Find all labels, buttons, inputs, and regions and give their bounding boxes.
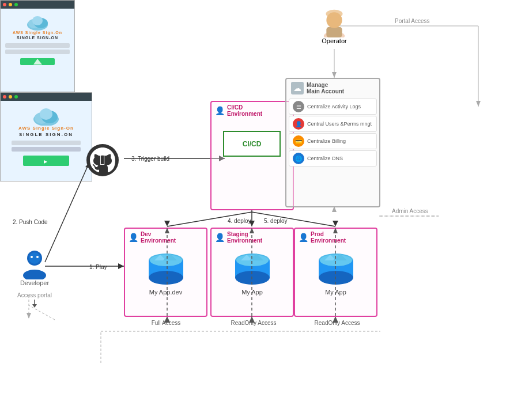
svg-point-52 xyxy=(235,271,270,285)
dev-env-header: 👤 Dev Environment xyxy=(125,229,206,246)
github-node:  xyxy=(85,143,120,179)
svg-point-39 xyxy=(23,270,46,279)
logs-icon: ☰ xyxy=(293,101,304,112)
cicd-inner-box: CI/CD xyxy=(223,131,281,157)
main-account-title: Manage Main Account xyxy=(307,82,344,94)
developer-label: Developer xyxy=(20,279,49,286)
deploy-5-label: 5. deploy xyxy=(264,218,288,224)
dev-env-label: Dev Environment xyxy=(141,231,176,244)
staging-env-header: 👤 Staging Environment xyxy=(211,229,293,246)
svg-text:Admin Access: Admin Access xyxy=(392,208,428,214)
account-item-billing: 💳 Centralize Billing xyxy=(289,133,377,149)
prod-env-header: 👤 Prod Environment xyxy=(295,229,376,246)
svg-point-41 xyxy=(36,256,39,258)
svg-point-56 xyxy=(319,271,353,285)
push-code-label: 2. Push Code xyxy=(13,219,48,225)
prod-env-box: 👤 Prod Environment My App xyxy=(294,228,377,317)
readonly-staging-label: ReadOnly Access xyxy=(225,320,282,326)
staging-env-box: 👤 Staging Environment My App xyxy=(210,228,294,317)
full-access-label: Full Access xyxy=(143,320,189,326)
svg-point-36 xyxy=(326,10,342,18)
staging-app-label: My App xyxy=(241,289,263,296)
svg-marker-19 xyxy=(118,263,124,269)
account-item-logs: ☰ Centralize Activity Logs xyxy=(289,99,377,115)
svg-rect-34 xyxy=(326,27,342,37)
prod-app-icon xyxy=(316,252,356,286)
svg-point-48 xyxy=(149,271,183,285)
prod-app-label: My App xyxy=(325,289,346,296)
play-1-label: 1. Play xyxy=(89,264,107,270)
svg-point-38 xyxy=(29,252,40,264)
cicd-env-label: CI/CD Environment xyxy=(227,104,262,117)
cicd-env-header: 👤 CI/CD Environment xyxy=(211,102,293,119)
account-item-dns: 🌐 Centralize DNS xyxy=(289,150,377,167)
operator-node: Operator xyxy=(311,9,357,44)
staging-app-icon xyxy=(232,252,273,286)
billing-icon: 💳 xyxy=(293,135,304,147)
svg-marker-3 xyxy=(476,101,481,107)
github-icon:  xyxy=(85,143,120,177)
deploy-4-label: 4. deploy xyxy=(228,218,251,224)
developer-node: Developer Access portal xyxy=(12,248,58,308)
users-icon: 👤 xyxy=(293,118,304,130)
svg-marker-43 xyxy=(32,304,37,308)
trigger-build-label: 3. Trigger build xyxy=(131,156,169,162)
readonly-prod-label: ReadOnly Access xyxy=(308,320,366,326)
main-account-header: ☁ Manage Main Account xyxy=(286,79,379,97)
prod-person-icon: 👤 xyxy=(299,233,308,242)
svg-marker-5 xyxy=(332,72,337,78)
dev-env-box: 👤 Dev Environment My App.dev xyxy=(124,228,207,317)
developer-access-arrow xyxy=(29,300,40,308)
prod-env-label: Prod Environment xyxy=(311,231,346,244)
developer-icon xyxy=(19,248,51,279)
cicd-env-box: 👤 CI/CD Environment CI/CD xyxy=(210,101,294,210)
dev-app-icon xyxy=(146,252,186,286)
operator-label: Operator xyxy=(322,37,346,44)
svg-text:☁: ☁ xyxy=(293,84,301,93)
dns-icon: 🌐 xyxy=(293,153,304,164)
staging-env-label: Staging Environment xyxy=(227,231,262,244)
svg-marker-17 xyxy=(333,221,338,226)
diagram-container: Portal Access Admin Access xyxy=(0,0,525,420)
svg-marker-15 xyxy=(164,221,170,226)
staging-person-icon: 👤 xyxy=(215,233,225,242)
svg-point-40 xyxy=(31,256,33,258)
svg-text:Portal Access: Portal Access xyxy=(395,18,430,24)
account-item-users: 👤 Central Users &Perms mngt xyxy=(289,116,377,132)
developer-access-label: Access portal xyxy=(17,292,52,298)
dev-app-label: My App.dev xyxy=(149,289,182,296)
cicd-inner-label: CI/CD xyxy=(243,140,262,148)
dev-person-icon: 👤 xyxy=(129,233,138,242)
main-account-box: ☁ Manage Main Account ☰ Centralize Activ… xyxy=(285,78,380,207)
operator-icon xyxy=(320,9,349,37)
cicd-person-icon: 👤 xyxy=(215,106,225,115)
main-account-icon: ☁ xyxy=(291,82,304,94)
